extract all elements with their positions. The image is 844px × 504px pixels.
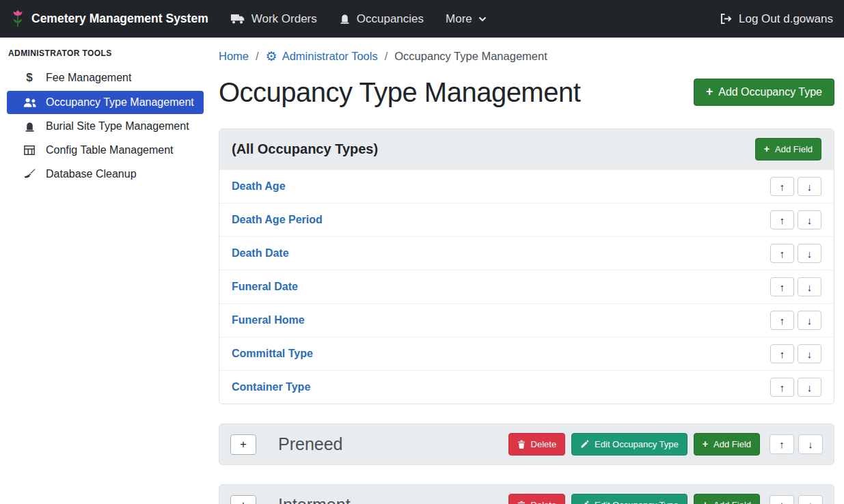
button-label: Add Field <box>713 439 751 449</box>
field-row: Container Type ↑ ↓ <box>219 370 834 404</box>
main-nav: Work Orders Occupancies More <box>230 12 487 26</box>
move-down-button[interactable]: ↓ <box>798 434 823 454</box>
field-link[interactable]: Death Date <box>232 247 289 260</box>
move-up-button[interactable]: ↑ <box>770 210 794 229</box>
delete-button[interactable]: Delete <box>508 433 566 456</box>
move-up-button[interactable]: ↑ <box>770 378 794 397</box>
breadcrumb-separator: / <box>385 50 388 63</box>
breadcrumb-current: Occupancy Type Management <box>394 50 547 63</box>
field-row: Death Date ↑ ↓ <box>219 236 834 270</box>
chevron-down-icon <box>478 16 487 22</box>
occupancy-type-actions: Delete Edit Occupancy Type + Add Field <box>508 494 823 504</box>
reorder-controls: ↑ ↓ <box>770 244 821 263</box>
expand-button[interactable]: + <box>230 434 256 455</box>
admin-tools-sidebar: ADMINISTRATOR TOOLS $ Fee Management Occ… <box>0 38 210 504</box>
move-up-button[interactable]: ↑ <box>770 434 794 454</box>
button-label: Edit Occupancy Type <box>595 500 679 504</box>
field-row: Committal Type ↑ ↓ <box>219 337 834 370</box>
nav-more[interactable]: More <box>446 12 487 26</box>
occupancy-type-actions: Delete Edit Occupancy Type + Add Field <box>508 433 823 456</box>
add-field-button[interactable]: + Add Field <box>694 433 760 456</box>
arrow-up-icon: ↑ <box>779 438 785 450</box>
nav-occupancies[interactable]: Occupancies <box>339 12 424 26</box>
sidebar-item-occupancy-type-management[interactable]: Occupancy Type Management <box>7 91 204 114</box>
arrow-down-icon: ↓ <box>807 382 813 393</box>
field-link[interactable]: Container Type <box>232 381 310 393</box>
arrow-up-icon: ↑ <box>780 382 785 393</box>
dollar-icon: $ <box>22 71 37 85</box>
sidebar-heading: ADMINISTRATOR TOOLS <box>0 40 210 65</box>
field-link[interactable]: Funeral Home <box>232 314 305 326</box>
plus-icon: + <box>764 144 770 154</box>
arrow-up-icon: ↑ <box>780 214 785 226</box>
broom-icon <box>22 168 37 180</box>
edit-occupancy-type-button[interactable]: Edit Occupancy Type <box>571 433 688 456</box>
field-link[interactable]: Death Age <box>232 180 286 193</box>
occupancy-type-title: Preneed <box>278 434 343 454</box>
sidebar-item-database-cleanup[interactable]: Database Cleanup <box>7 163 204 186</box>
move-up-button[interactable]: ↑ <box>770 344 794 363</box>
logout-button[interactable]: Log Out d.gowans <box>720 12 833 26</box>
move-down-button[interactable]: ↓ <box>798 177 821 196</box>
field-row: Death Age ↑ ↓ <box>219 169 834 203</box>
move-down-button[interactable]: ↓ <box>798 495 823 504</box>
pencil-icon <box>580 501 589 504</box>
arrow-up-icon: ↑ <box>779 499 785 504</box>
plus-icon: + <box>706 86 713 98</box>
move-down-button[interactable]: ↓ <box>798 311 821 330</box>
arrow-up-icon: ↑ <box>780 181 785 193</box>
arrow-down-icon: ↓ <box>807 348 813 360</box>
breadcrumb-admin-tools-link[interactable]: ⚙ Administrator Tools <box>266 50 378 63</box>
arrow-down-icon: ↓ <box>807 181 813 193</box>
sidebar-item-label: Config Table Management <box>46 144 174 156</box>
move-up-button[interactable]: ↑ <box>770 277 794 296</box>
move-up-button[interactable]: ↑ <box>770 244 794 263</box>
add-field-button[interactable]: + Add Field <box>755 138 821 160</box>
arrow-up-icon: ↑ <box>780 248 785 260</box>
sidebar-item-config-table-management[interactable]: Config Table Management <box>7 139 204 162</box>
move-up-button[interactable]: ↑ <box>770 177 794 196</box>
button-label: Add Occupancy Type <box>718 86 822 98</box>
move-down-button[interactable]: ↓ <box>798 344 821 363</box>
trash-icon <box>517 440 526 449</box>
app-brand[interactable]: Cemetery Management System <box>11 10 208 28</box>
button-label: Edit Occupancy Type <box>595 439 679 449</box>
plus-icon: + <box>703 439 708 449</box>
move-up-button[interactable]: ↑ <box>770 495 794 504</box>
expand-button[interactable]: + <box>230 495 256 504</box>
reorder-controls: ↑ ↓ <box>770 495 823 504</box>
move-down-button[interactable]: ↓ <box>798 378 821 397</box>
breadcrumb-home-link[interactable]: Home <box>219 50 249 63</box>
arrow-down-icon: ↓ <box>808 499 813 504</box>
table-icon <box>22 145 37 156</box>
move-down-button[interactable]: ↓ <box>798 210 821 229</box>
move-up-button[interactable]: ↑ <box>770 311 794 330</box>
arrow-down-icon: ↓ <box>807 315 813 326</box>
edit-occupancy-type-button[interactable]: Edit Occupancy Type <box>571 494 688 504</box>
arrow-down-icon: ↓ <box>807 214 813 226</box>
delete-button[interactable]: Delete <box>508 494 566 504</box>
arrow-down-icon: ↓ <box>807 281 813 293</box>
reorder-controls: ↑ ↓ <box>770 210 821 229</box>
field-link[interactable]: Committal Type <box>232 348 313 360</box>
nav-work-orders[interactable]: Work Orders <box>230 12 317 26</box>
pencil-icon <box>580 440 589 449</box>
arrow-down-icon: ↓ <box>807 248 813 260</box>
occupancy-type-title: Interment <box>278 495 351 504</box>
field-link[interactable]: Death Age Period <box>232 214 323 226</box>
arrow-up-icon: ↑ <box>780 281 785 293</box>
sidebar-item-label: Database Cleanup <box>46 168 137 180</box>
nav-item-label: Work Orders <box>251 12 317 26</box>
button-label: Add Field <box>775 144 813 154</box>
sidebar-item-fee-management[interactable]: $ Fee Management <box>7 66 204 90</box>
move-down-button[interactable]: ↓ <box>798 244 821 263</box>
move-down-button[interactable]: ↓ <box>798 277 821 296</box>
sidebar-item-burial-site-type-management[interactable]: Burial Site Type Management <box>7 115 204 138</box>
card-title: (All Occupancy Types) <box>232 141 378 157</box>
add-occupancy-type-button[interactable]: + Add Occupancy Type <box>694 79 834 106</box>
logout-icon <box>720 13 733 25</box>
field-link[interactable]: Funeral Date <box>232 281 298 293</box>
add-field-button[interactable]: + Add Field <box>694 494 760 504</box>
button-label: Delete <box>531 500 557 504</box>
page-header: Occupancy Type Management + Add Occupanc… <box>219 74 834 111</box>
